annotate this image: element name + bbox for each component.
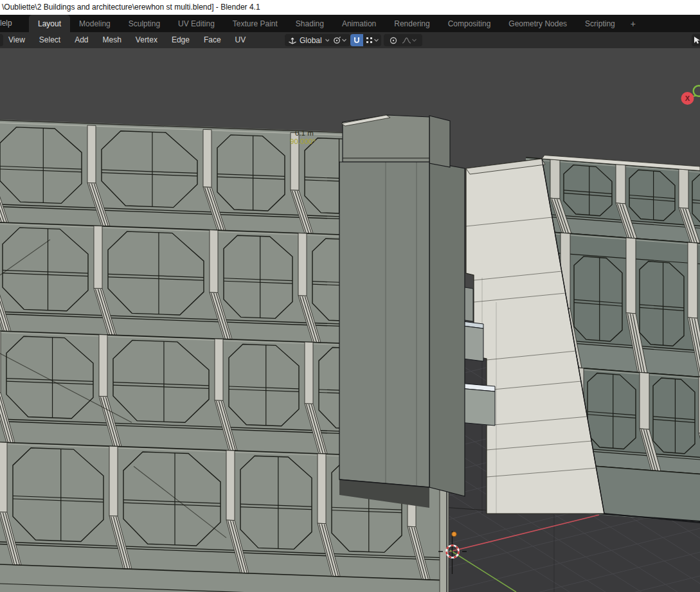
proportional-editing-toggle[interactable] xyxy=(387,34,400,46)
tab-compositing[interactable]: Compositing xyxy=(439,15,500,32)
menu-select[interactable]: Select xyxy=(39,32,60,48)
transform-orientation-icon xyxy=(288,36,297,45)
tab-layout[interactable]: Layout xyxy=(29,15,70,32)
face-angle-overlay: 90.000° xyxy=(290,138,316,145)
editor-type-button-partial[interactable] xyxy=(0,34,3,46)
falloff-curve-icon xyxy=(402,36,411,45)
chevron-down-icon xyxy=(373,37,379,43)
workspace-tabs: LayoutModelingSculptingUV EditingTexture… xyxy=(29,15,642,32)
snap-group xyxy=(350,34,381,46)
chevron-down-icon xyxy=(341,37,347,43)
menu-mesh[interactable]: Mesh xyxy=(103,32,121,48)
menu-edge[interactable]: Edge xyxy=(172,32,190,48)
tab-shading[interactable]: Shading xyxy=(287,15,333,32)
topbar: lelp LayoutModelingSculptingUV EditingTe… xyxy=(0,15,700,32)
gizmo-x-label: X xyxy=(685,94,690,102)
help-menu-partial[interactable]: lelp xyxy=(0,15,12,32)
cursor-arrow-icon xyxy=(692,34,700,46)
snap-magnet-icon xyxy=(352,36,361,45)
tab-scripting[interactable]: Scripting xyxy=(576,15,624,32)
menu-uv[interactable]: UV xyxy=(235,32,246,48)
proportional-editing-icon xyxy=(389,36,398,45)
3d-viewport[interactable]: X 0.1 m 90.000° xyxy=(0,48,700,592)
transform-orientation-dropdown[interactable]: Global xyxy=(285,34,334,46)
chevron-down-icon xyxy=(411,37,417,43)
menu-vertex[interactable]: Vertex xyxy=(136,32,157,48)
snap-target-dropdown[interactable] xyxy=(363,34,381,46)
tab-geometry-nodes[interactable]: Geometry Nodes xyxy=(499,15,576,32)
snap-target-icon xyxy=(365,36,373,44)
proportional-edit-group xyxy=(384,34,422,46)
menu-face[interactable]: Face xyxy=(204,32,221,48)
snap-magnet-toggle[interactable] xyxy=(350,34,363,46)
tab-uv-editing[interactable]: UV Editing xyxy=(169,15,224,32)
tab-texture-paint[interactable]: Texture Paint xyxy=(224,15,287,32)
menu-view[interactable]: View xyxy=(8,32,25,48)
tab-sculpting[interactable]: Sculpting xyxy=(120,15,169,32)
right-building-mesh[interactable] xyxy=(466,156,700,525)
viewport-menus: ViewSelectAddMeshVertexEdgeFaceUV xyxy=(8,32,246,48)
falloff-curve-dropdown[interactable] xyxy=(400,34,419,46)
pivot-point-icon xyxy=(332,36,341,45)
add-workspace-button[interactable]: + xyxy=(624,15,642,32)
tower-mesh[interactable] xyxy=(339,115,465,508)
menu-add[interactable]: Add xyxy=(75,32,88,48)
window-titlebar: \Oubliette\2 Buildings and architecture\… xyxy=(0,0,700,15)
tab-animation[interactable]: Animation xyxy=(333,15,385,32)
viewport-area: X 0.1 m 90.000° xyxy=(0,48,700,592)
select-tool-button-partial[interactable] xyxy=(692,34,700,46)
window-title: \Oubliette\2 Buildings and architecture\… xyxy=(2,3,260,12)
pivot-point-dropdown[interactable] xyxy=(329,34,350,46)
tab-modeling[interactable]: Modeling xyxy=(70,15,120,32)
orientation-label: Global xyxy=(300,36,322,45)
edge-length-overlay: 0.1 m xyxy=(295,129,314,137)
tab-rendering[interactable]: Rendering xyxy=(385,15,438,32)
viewport-header: ViewSelectAddMeshVertexEdgeFaceUV Global xyxy=(0,32,700,48)
